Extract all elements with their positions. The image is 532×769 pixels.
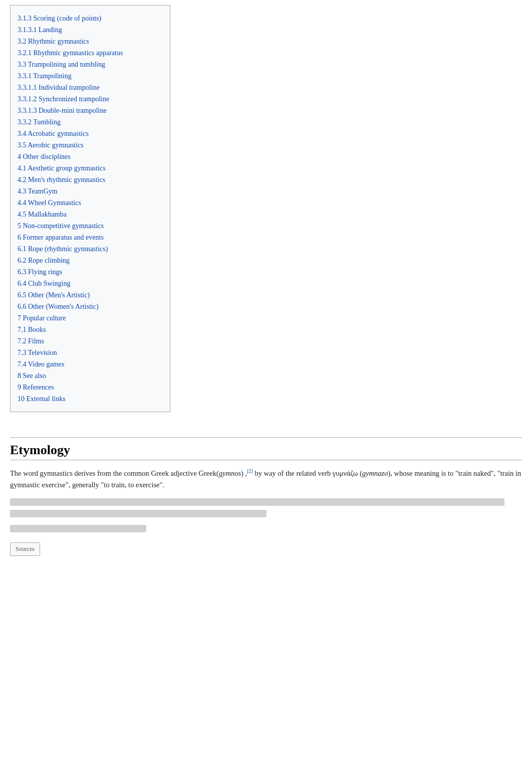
toc-link[interactable]: 4 Other disciplines [18, 153, 71, 160]
toc-item: 4.3 TeamGym [18, 185, 160, 197]
toc-link[interactable]: 7.3 Television [18, 349, 57, 356]
toc-item: 6.5 Other (Men's Artistic) [18, 289, 160, 301]
toc-item: 3.4 Acrobatic gymnastics [18, 128, 160, 139]
etymology-text-start: The word gymnastics derives from the com… [10, 469, 219, 477]
toc-link[interactable]: 6 Former apparatus and events [18, 234, 104, 241]
toc-item: 7 Popular culture [18, 312, 160, 324]
toc-link[interactable]: 5 Non-competitive gymnastics [18, 222, 104, 230]
toc-link[interactable]: 4.3 TeamGym [18, 187, 58, 195]
toc-link[interactable]: 3.4 Acrobatic gymnastics [18, 130, 89, 137]
toc-link[interactable]: 3.3.1.2 Synchronized trampoline [18, 95, 109, 103]
toc-link[interactable]: 6.6 Other (Women's Artistic) [18, 303, 99, 310]
toc-link[interactable]: 3.3.1 Trampolining [18, 72, 72, 80]
toc-link[interactable]: 7 Popular culture [18, 314, 66, 322]
source-box: Sources [10, 542, 40, 556]
toc-item: 4 Other disciplines [18, 151, 160, 162]
toc-link[interactable]: 6.4 Club Swinging [18, 280, 70, 287]
etymology-blurred-1: The gym gymnastics, showing human activi… [10, 497, 522, 519]
toc-link[interactable]: 7.2 Films [18, 337, 44, 345]
toc-link[interactable]: 4.2 Men's rhythmic gymnastics [18, 176, 105, 183]
toc-item: 10 External links [18, 393, 160, 405]
toc-item: 6.2 Rope climbing [18, 255, 160, 266]
toc-item: 4.4 Wheel Gymnastics [18, 197, 160, 209]
toc-link[interactable]: 3.3 Trampolining and tumbling [18, 61, 105, 68]
toc-link[interactable]: 3.1.3.1 Landing [18, 26, 62, 34]
source-label: Sources [16, 545, 35, 552]
toc-link[interactable]: 6.1 Rope (rhythmic gymnastics) [18, 245, 108, 253]
toc-link[interactable]: 4.5 Mallakhamba [18, 211, 67, 218]
etymology-title: Etymology [10, 443, 522, 460]
etymology-blurred-2: the gymnastics is similar to 500. the gy… [10, 523, 522, 534]
toc-item: 7.2 Films [18, 335, 160, 347]
toc-link[interactable]: 3.1.3 Scoring (code of points) [18, 15, 101, 22]
toc-item: 3.1.3 Scoring (code of points) [18, 13, 160, 24]
etymology-italic-gymnos: gymnos [219, 469, 241, 477]
toc-link[interactable]: 6.2 Rope climbing [18, 257, 70, 264]
etymology-sup[interactable]: [2] [247, 468, 253, 474]
toc-item: 8 See also [18, 370, 160, 381]
toc-item: 6.6 Other (Women's Artistic) [18, 301, 160, 312]
toc-item: 3.3.1 Trampolining [18, 70, 160, 82]
toc-item: 3.2.1 Rhythmic gymnastics apparatus [18, 47, 160, 59]
toc-item: 7.3 Television [18, 347, 160, 358]
toc-item: 3.3.2 Tumbling [18, 116, 160, 128]
toc-item: 9 References [18, 381, 160, 393]
toc-link[interactable]: 6.3 Flying rings [18, 268, 62, 276]
toc-item: 7.1 Books [18, 324, 160, 335]
toc-link[interactable]: 8 See also [18, 372, 46, 379]
toc-item: 6.1 Rope (rhythmic gymnastics) [18, 243, 160, 255]
toc-item: 3.5 Aerobic gymnastics [18, 139, 160, 151]
toc-item: 6 Former apparatus and events [18, 232, 160, 243]
toc-item: 3.3.1.3 Double-mini trampoline [18, 105, 160, 116]
toc-link[interactable]: 7.4 Video games [18, 360, 64, 368]
toc-list: 3.1.3 Scoring (code of points)3.1.3.1 La… [18, 13, 160, 405]
toc-item: 6.4 Club Swinging [18, 278, 160, 289]
toc-item: 4.5 Mallakhamba [18, 209, 160, 220]
toc-link[interactable]: 3.3.2 Tumbling [18, 118, 61, 126]
toc-link[interactable]: 7.1 Books [18, 326, 46, 333]
toc-link[interactable]: 3.3.1.1 Individual trampoline [18, 84, 100, 91]
toc-item: 5 Non-competitive gymnastics [18, 220, 160, 232]
toc-link[interactable]: 3.3.1.3 Double-mini trampoline [18, 107, 107, 114]
toc-link[interactable]: 4.1 Aesthetic group gymnastics [18, 164, 106, 172]
toc-link[interactable]: 3.2 Rhythmic gymnastics [18, 38, 89, 45]
toc-item: 3.3.1.2 Synchronized trampoline [18, 93, 160, 105]
toc-item: 6.3 Flying rings [18, 266, 160, 278]
toc-link[interactable]: 10 External links [18, 395, 66, 403]
toc-link[interactable]: 6.5 Other (Men's Artistic) [18, 291, 90, 299]
toc-item: 3.3.1.1 Individual trampoline [18, 82, 160, 93]
toc-link[interactable]: 3.2.1 Rhythmic gymnastics apparatus [18, 49, 123, 57]
toc-item: 7.4 Video games [18, 358, 160, 370]
etymology-text-verb: by way of the related verb γυμνάζω ( [253, 469, 362, 477]
toc-link[interactable]: 3.5 Aerobic gymnastics [18, 141, 84, 149]
toc-item: 4.1 Aesthetic group gymnastics [18, 162, 160, 174]
toc-item: 3.1.3.1 Landing [18, 24, 160, 36]
table-of-contents: 3.1.3 Scoring (code of points)3.1.3.1 La… [10, 5, 170, 412]
etymology-section: Etymology The word gymnastics derives fr… [10, 437, 522, 556]
etymology-paragraph: The word gymnastics derives from the com… [10, 467, 522, 491]
toc-link[interactable]: 4.4 Wheel Gymnastics [18, 199, 81, 207]
etymology-text-mid: ) , [241, 469, 247, 477]
toc-item: 4.2 Men's rhythmic gymnastics [18, 174, 160, 185]
toc-link[interactable]: 9 References [18, 383, 54, 391]
toc-item: 3.3 Trampolining and tumbling [18, 59, 160, 70]
toc-item: 3.2 Rhythmic gymnastics [18, 36, 160, 47]
etymology-italic-gymnazo: gymnazo [362, 469, 388, 477]
